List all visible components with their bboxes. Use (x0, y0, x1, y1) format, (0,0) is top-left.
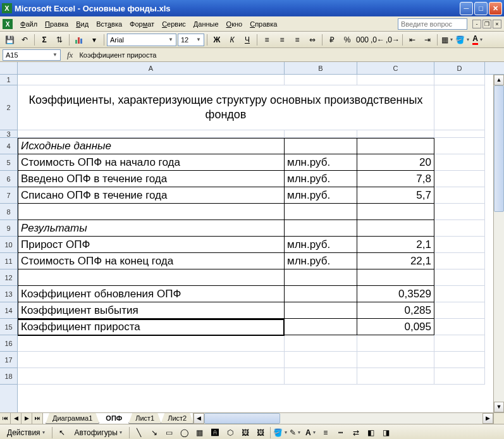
window-minimize-button[interactable]: ─ (460, 2, 473, 15)
tab-nav-last[interactable]: ⏭ (32, 413, 43, 424)
scroll-left-button[interactable]: ◀ (194, 413, 204, 424)
menu-view[interactable]: Вид (72, 19, 92, 29)
row-header-6[interactable]: 6 (0, 171, 17, 187)
font-size-combo[interactable]: 12▼ (178, 34, 204, 46)
fx-icon[interactable]: fx (63, 50, 77, 60)
cell-C13[interactable]: 0,3529 (357, 286, 434, 302)
workbook-close-button[interactable]: × (493, 20, 501, 28)
decrease-indent-button[interactable]: ⇤ (405, 33, 419, 47)
row-header-4[interactable]: 4 (0, 138, 17, 154)
line-style-button[interactable]: ≡ (319, 426, 333, 440)
chart-button[interactable] (72, 33, 86, 47)
select-objects-button[interactable]: ↖ (55, 426, 69, 440)
merge-center-button[interactable]: ⇔ (305, 33, 319, 47)
italic-button[interactable]: К (225, 33, 239, 47)
sheet-tab-opf[interactable]: ОПФ (99, 413, 129, 424)
menu-service[interactable]: Сервис (158, 19, 190, 29)
sheet-tab-list2[interactable]: Лист2 (161, 413, 194, 424)
clipart-button[interactable]: 🖼 (238, 426, 252, 440)
menu-insert[interactable]: Вставка (92, 19, 126, 29)
align-center-button[interactable]: ≡ (275, 33, 289, 47)
line-color-button[interactable]: ✎▾ (288, 426, 302, 440)
workbook-restore-button[interactable]: ❐ (482, 20, 491, 28)
textbox-button[interactable]: ▦ (193, 426, 207, 440)
scroll-up-button[interactable]: ▲ (494, 75, 504, 85)
toolbar-options-button[interactable]: ▾ (87, 33, 101, 47)
row-header-2[interactable]: 2 (0, 85, 17, 130)
currency-button[interactable]: ₽ (325, 33, 339, 47)
align-left-button[interactable]: ≡ (260, 33, 274, 47)
sheet-tab-diagram1[interactable]: Диаграмма1 (46, 413, 99, 424)
autoshapes-button[interactable]: Автофигуры▾ (70, 426, 126, 440)
cell-A7[interactable]: Списано ОПФ в течение года (18, 187, 285, 204)
actions-menu-button[interactable]: Действия▾ (3, 426, 49, 440)
arrow-button[interactable]: ↘ (147, 426, 161, 440)
select-all-corner[interactable] (0, 62, 18, 75)
sort-button[interactable]: ⇅ (52, 33, 66, 47)
fill-color-button[interactable]: 🪣▾ (455, 33, 469, 47)
tab-nav-prev[interactable]: ◀ (11, 413, 22, 424)
horizontal-scrollbar[interactable]: ◀ ▶ (193, 413, 493, 424)
dash-style-button[interactable]: ┅ (334, 426, 348, 440)
vscroll-thumb[interactable] (494, 85, 504, 212)
cell-title[interactable]: Коэффициенты, характеризующие структуру … (18, 85, 434, 130)
cell-A11[interactable]: Стоимость ОПФ на конец года (18, 253, 285, 269)
save-button[interactable]: 💾 (3, 33, 16, 47)
fill-color-draw-button[interactable]: 🪣▾ (273, 426, 287, 440)
borders-button[interactable]: ▦▾ (440, 33, 454, 47)
cell-A14[interactable]: Коэффициент выбытия (18, 302, 285, 319)
cell-C6[interactable]: 7,8 (357, 171, 434, 187)
workbook-minimize-button[interactable]: - (472, 20, 481, 28)
row-header-15[interactable]: 15 (0, 319, 17, 335)
decrease-decimal-button[interactable]: ,0→ (386, 33, 400, 47)
scroll-down-button[interactable]: ▼ (494, 402, 504, 412)
cell-C11[interactable]: 22,1 (357, 253, 434, 269)
menu-help[interactable]: Справка (246, 19, 281, 29)
diagram-button[interactable]: ⬡ (223, 426, 237, 440)
cell-B6[interactable]: млн.руб. (285, 171, 357, 187)
font-color-draw-button[interactable]: A▾ (304, 426, 317, 440)
window-maximize-button[interactable]: □ (474, 2, 488, 15)
cell-C10[interactable]: 2,1 (357, 237, 434, 253)
bold-button[interactable]: Ж (210, 33, 224, 47)
window-close-button[interactable]: ✕ (489, 2, 502, 15)
row-header-17[interactable]: 17 (0, 352, 17, 368)
cell-C7[interactable]: 5,7 (357, 187, 434, 204)
menu-format[interactable]: Формат (126, 19, 158, 29)
comma-button[interactable]: 000 (355, 33, 369, 47)
wordart-button[interactable]: 🅰 (208, 426, 222, 440)
cell-A5[interactable]: Стоимость ОПФ на начало года (18, 154, 285, 171)
sheet-tab-list1[interactable]: Лист1 (128, 413, 161, 424)
help-search-input[interactable] (398, 18, 467, 30)
font-name-combo[interactable]: Arial▼ (107, 34, 176, 46)
row-header-7[interactable]: 7 (0, 187, 17, 204)
cell-B7[interactable]: млн.руб. (285, 187, 357, 204)
row-header-14[interactable]: 14 (0, 302, 17, 319)
row-header-11[interactable]: 11 (0, 253, 17, 269)
arrow-style-button[interactable]: ⇄ (349, 426, 363, 440)
row-header-1[interactable]: 1 (0, 75, 17, 85)
increase-indent-button[interactable]: ⇥ (421, 33, 434, 47)
undo-button[interactable]: ↶ (18, 33, 32, 47)
col-header-C[interactable]: C (357, 62, 434, 74)
underline-button[interactable]: Ч (240, 33, 254, 47)
cell-C5[interactable]: 20 (357, 154, 434, 171)
row-header-8[interactable]: 8 (0, 204, 17, 220)
shadow-button[interactable]: ◧ (364, 426, 378, 440)
3d-button[interactable]: ◨ (379, 426, 393, 440)
cell-B5[interactable]: млн.руб. (285, 154, 357, 171)
formula-input[interactable]: Коэффициент прироста (77, 51, 504, 59)
font-color-button[interactable]: A▾ (470, 33, 484, 47)
row-header-16[interactable]: 16 (0, 335, 17, 352)
tab-nav-next[interactable]: ▶ (22, 413, 32, 424)
row-header-5[interactable]: 5 (0, 154, 17, 171)
cell-C15[interactable]: 0,095 (357, 319, 434, 335)
percent-button[interactable]: % (340, 33, 354, 47)
col-header-A[interactable]: A (18, 62, 285, 74)
row-header-18[interactable]: 18 (0, 368, 17, 385)
grid-body[interactable]: Коэффициенты, характеризующие структуру … (18, 75, 493, 412)
row-header-12[interactable]: 12 (0, 269, 17, 286)
cell-A10[interactable]: Прирост ОПФ (18, 237, 285, 253)
cell-C14[interactable]: 0,285 (357, 302, 434, 319)
cell-A13[interactable]: Коэффициент обновления ОПФ (18, 286, 285, 302)
